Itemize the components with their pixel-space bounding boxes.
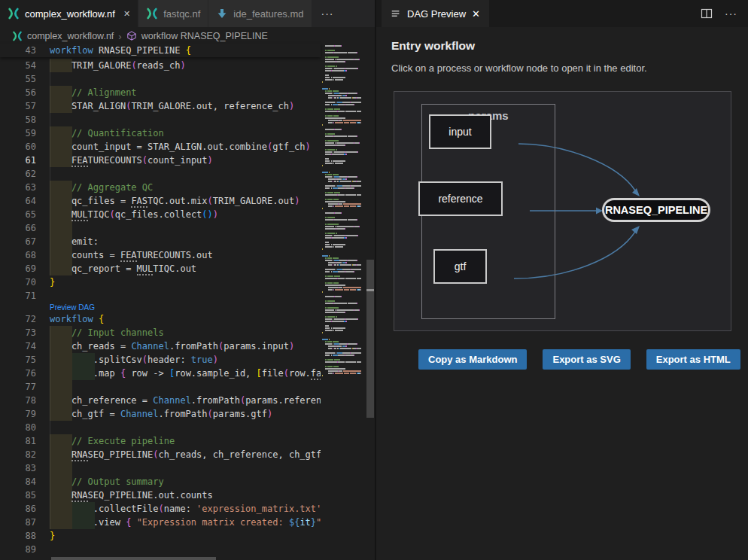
code-line[interactable]: 57 STAR_ALIGN(TRIM_GALORE.out, reference… (0, 99, 321, 113)
code-line[interactable]: 85 RNASEQ_PIPELINE.out.counts (0, 488, 321, 502)
line-number: 54 (0, 59, 36, 72)
code-line[interactable]: 43workflow RNASEQ_PIPELINE { (0, 44, 321, 57)
editor-pane: complex_workflow.nf ✕ fastqc.nf ide_feat… (0, 0, 375, 560)
code-line[interactable]: 83 (0, 461, 321, 475)
code-line[interactable]: 55 (0, 72, 321, 86)
code-line[interactable]: 62 (0, 167, 321, 181)
dag-node-input[interactable]: input (429, 114, 491, 149)
code-line[interactable]: 56 // Alignment (0, 86, 321, 99)
code-line[interactable]: 54 TRIM_GALORE(reads_ch) (0, 59, 321, 72)
code-line[interactable]: 80 (0, 421, 321, 434)
export-as-html-button[interactable]: Export as HTML (646, 349, 740, 370)
line-number: 64 (0, 194, 36, 208)
code-line[interactable]: 67 emit: (0, 235, 321, 248)
editor-tabbar: complex_workflow.nf ✕ fastqc.nf ide_feat… (0, 0, 375, 27)
line-number: 88 (0, 529, 36, 543)
line-number: 69 (0, 262, 36, 275)
line-number: 84 (0, 475, 36, 488)
dag-node-rnaseq-pipeline[interactable]: RNASEQ_PIPELINE (602, 198, 710, 222)
tab-fastqc[interactable]: fastqc.nf (138, 0, 208, 27)
code-line[interactable]: 64 qc_files = FASTQC.out.mix(TRIM_GALORE… (0, 194, 321, 208)
panel-heading: Entry workflow (391, 39, 748, 53)
copy-as-markdown-button[interactable]: Copy as Markdown (418, 349, 527, 370)
code-line[interactable]: 65 MULTIQC(qc_files.collect()) (0, 208, 321, 221)
code-line[interactable]: 66 (0, 221, 321, 235)
line-number: 71 (0, 289, 36, 303)
line-number: 86 (0, 502, 36, 516)
minimap[interactable] (322, 45, 366, 560)
code-line[interactable]: 76 .map { row -> [row.sample_id, [file(r… (0, 367, 321, 380)
code-line[interactable]: 59 // Quantification (0, 126, 321, 140)
line-number: 56 (0, 86, 36, 99)
dag-node-reference[interactable]: reference (418, 181, 503, 216)
tab-label: complex_workflow.nf (25, 8, 115, 20)
export-as-svg-button[interactable]: Export as SVG (543, 349, 630, 370)
line-number: 61 (0, 154, 36, 167)
code-line[interactable]: 72workflow { (0, 312, 321, 326)
panel-tab-label: DAG Preview (407, 8, 466, 20)
code-line[interactable]: 60 count_input = STAR_ALIGN.out.combine(… (0, 140, 321, 154)
line-number: 68 (0, 248, 36, 262)
code-line[interactable]: 68 counts = FEATURECOUNTS.out (0, 248, 321, 262)
sticky-code-line: 43workflow RNASEQ_PIPELINE { (0, 44, 321, 57)
more-actions-icon[interactable]: ··· (725, 8, 737, 20)
line-number: 80 (0, 421, 36, 434)
code-line[interactable]: 75 .splitCsv(header: true) (0, 353, 321, 367)
line-number: 87 (0, 516, 36, 529)
tab-complex-workflow[interactable]: complex_workflow.nf ✕ (0, 0, 138, 27)
dag-node-gtf[interactable]: gtf (433, 249, 487, 284)
code-line[interactable]: 61 FEATURECOUNTS(count_input) (0, 154, 321, 167)
line-number: 85 (0, 488, 36, 502)
workbench: complex_workflow.nf ✕ fastqc.nf ide_feat… (0, 0, 748, 560)
line-number: 83 (0, 461, 36, 475)
line-number: 57 (0, 99, 36, 113)
line-number: 63 (0, 181, 36, 194)
line-number: 60 (0, 140, 36, 154)
code-line[interactable]: 84 // Output summary (0, 475, 321, 488)
code-line[interactable]: 73 // Input channels (0, 326, 321, 339)
codelens-preview-dag-link[interactable]: Preview DAG (50, 303, 95, 312)
code-line[interactable]: 63 // Aggregate QC (0, 181, 321, 194)
tab-dag-preview[interactable]: DAG Preview ✕ (382, 0, 489, 27)
code-line[interactable]: 89 (0, 543, 321, 556)
sticky-scroll-line[interactable]: 43workflow RNASEQ_PIPELINE { (0, 44, 321, 57)
horizontal-scrollbar[interactable] (51, 557, 216, 560)
code-line[interactable]: 69 qc_report = MULTIQC.out (0, 262, 321, 275)
panel-description: Click on a process or workflow node to o… (391, 62, 748, 74)
export-button-row: Copy as Markdown Export as SVG Export as… (418, 349, 740, 370)
code-line[interactable]: 81 // Execute pipeline (0, 434, 321, 448)
tab-label: fastqc.nf (163, 8, 200, 20)
close-icon[interactable]: ✕ (123, 9, 130, 19)
panel-actions: ··· (701, 0, 748, 27)
line-number: 77 (0, 380, 36, 394)
line-number: 73 (0, 326, 36, 339)
line-number: 65 (0, 208, 36, 221)
code-line[interactable]: 86 .collectFile(name: 'expression_matrix… (0, 502, 321, 516)
code-line[interactable]: 82 RNASEQ_PIPELINE(ch_reads, ch_referenc… (0, 448, 321, 461)
line-number: 81 (0, 434, 36, 448)
code-line[interactable]: 77 (0, 380, 321, 394)
code-line[interactable]: 79 ch_gtf = Channel.fromPath(params.gtf) (0, 407, 321, 421)
breadcrumb-symbol[interactable]: workflow RNASEQ_PIPELINE (141, 31, 268, 41)
close-icon[interactable]: ✕ (472, 8, 480, 20)
code-line[interactable]: 58 (0, 113, 321, 126)
vertical-scrollbar[interactable] (366, 260, 374, 418)
code-editor[interactable]: 43workflow RNASEQ_PIPELINE { 54 TRIM_GAL… (0, 45, 375, 560)
line-number: 66 (0, 221, 36, 235)
tab-overflow-button[interactable]: ··· (312, 0, 343, 27)
panel-content: Entry workflow Click on a process or wor… (376, 27, 748, 560)
breadcrumb-file[interactable]: complex_workflow.nf (27, 31, 114, 41)
code-line[interactable]: 71 (0, 289, 321, 303)
code-line[interactable]: 74 ch_reads = Channel.fromPath(params.in… (0, 339, 321, 353)
code-line[interactable]: 70} (0, 275, 321, 289)
code-line[interactable]: 87 .view { "Expression matrix created: $… (0, 516, 321, 529)
split-editor-icon[interactable] (701, 8, 713, 20)
tab-ide-features[interactable]: ide_features.md (208, 0, 312, 27)
breadcrumb-separator: › (118, 31, 121, 42)
line-number: 75 (0, 353, 36, 367)
code-line[interactable]: 78 ch_reference = Channel.fromPath(param… (0, 394, 321, 407)
code-line[interactable]: 88} (0, 529, 321, 543)
line-number: 72 (0, 312, 36, 326)
line-number: 55 (0, 72, 36, 86)
workflow-symbol-icon (126, 31, 137, 41)
